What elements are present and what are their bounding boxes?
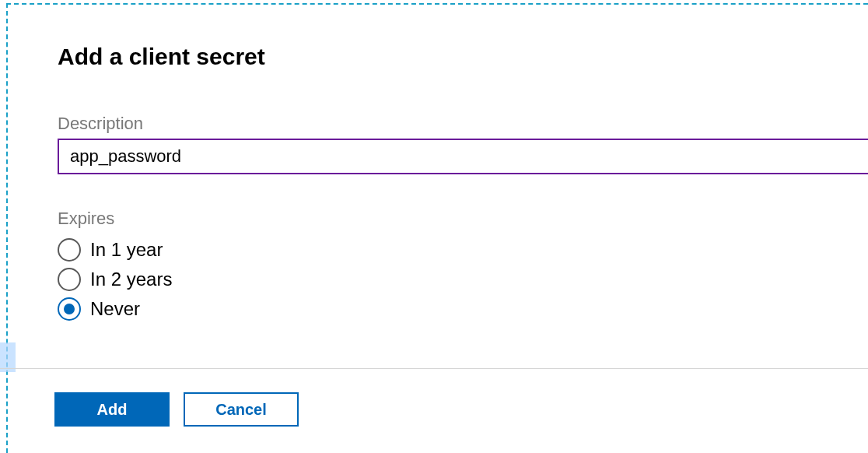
description-input[interactable] bbox=[58, 139, 868, 174]
expires-option-never[interactable]: Never bbox=[58, 294, 868, 324]
expires-option-2years[interactable]: In 2 years bbox=[58, 265, 868, 294]
expires-option-1year[interactable]: In 1 year bbox=[58, 235, 868, 265]
radio-label: In 1 year bbox=[90, 239, 163, 261]
radio-label: Never bbox=[90, 298, 140, 320]
expires-label: Expires bbox=[58, 209, 868, 229]
add-client-secret-panel: Add a client secret Description Expires … bbox=[31, 16, 868, 453]
expires-field-block: Expires In 1 year In 2 years Never bbox=[58, 209, 868, 324]
action-button-row: Add Cancel bbox=[54, 392, 299, 427]
footer-divider bbox=[0, 368, 868, 369]
radio-icon bbox=[58, 297, 81, 321]
panel-title: Add a client secret bbox=[58, 44, 868, 70]
radio-icon bbox=[58, 268, 81, 291]
description-label: Description bbox=[58, 114, 868, 134]
radio-icon bbox=[58, 238, 81, 262]
add-button[interactable]: Add bbox=[54, 392, 170, 427]
radio-label: In 2 years bbox=[90, 269, 172, 290]
expires-radio-group: In 1 year In 2 years Never bbox=[58, 235, 868, 324]
description-field-block: Description bbox=[58, 114, 868, 174]
cancel-button[interactable]: Cancel bbox=[184, 392, 299, 427]
